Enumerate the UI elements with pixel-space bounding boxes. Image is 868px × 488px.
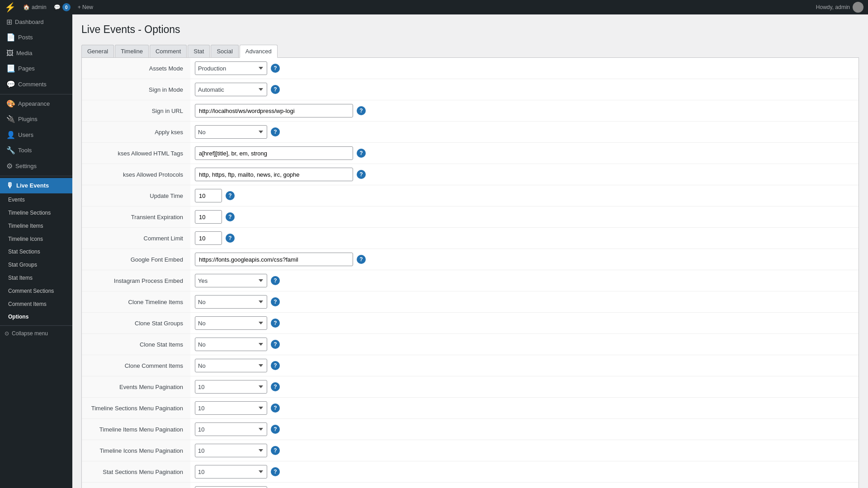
posts-icon: 📄 bbox=[6, 33, 15, 42]
help-icon-clone-timeline-items[interactable]: ? bbox=[271, 297, 280, 306]
select-sign-in-mode[interactable]: AutomaticManual bbox=[195, 83, 267, 96]
wp-logo[interactable]: ⚡ bbox=[5, 2, 16, 13]
form-row-apply-kses: Apply ksesNoYes? bbox=[82, 122, 859, 143]
select-timeline-icons-menu-pagination[interactable]: 102050 bbox=[195, 444, 267, 457]
form-label-clone-comment-items: Clone Comment Items bbox=[82, 355, 190, 376]
sidebar-item-pages[interactable]: 📃 Pages bbox=[0, 61, 72, 76]
sidebar-item-settings[interactable]: ⚙ Settings bbox=[0, 159, 72, 174]
input-transient-expiration[interactable] bbox=[195, 210, 222, 224]
tab-social[interactable]: Social bbox=[211, 45, 238, 57]
help-icon-kses-allowed-protocols[interactable]: ? bbox=[357, 170, 366, 179]
sidebar-item-comment-items[interactable]: Comment Items bbox=[0, 298, 72, 311]
help-icon-stat-sections-menu-pagination[interactable]: ? bbox=[271, 467, 280, 476]
form-label-kses-allowed-protocols: kses Allowed Protocols bbox=[82, 164, 190, 185]
form-control-clone-comment-items: NoYes? bbox=[190, 355, 859, 376]
select-stat-sections-menu-pagination[interactable]: 102050 bbox=[195, 465, 267, 479]
sidebar-item-appearance[interactable]: 🎨 Appearance bbox=[0, 96, 72, 112]
help-icon-update-time[interactable]: ? bbox=[226, 191, 235, 200]
form-control-events-menu-pagination: 102050? bbox=[190, 376, 859, 398]
sidebar-item-timeline-icons[interactable]: Timeline Icons bbox=[0, 233, 72, 246]
form-label-instagram-process-embed: Instagram Process Embed bbox=[82, 270, 190, 291]
help-icon-comment-limit[interactable]: ? bbox=[226, 234, 235, 243]
help-icon-timeline-icons-menu-pagination[interactable]: ? bbox=[271, 446, 280, 455]
help-icon-clone-comment-items[interactable]: ? bbox=[271, 361, 280, 370]
sidebar-item-stat-groups[interactable]: Stat Groups bbox=[0, 258, 72, 272]
form-row-stat-sections-menu-pagination: Stat Sections Menu Pagination102050? bbox=[82, 461, 859, 483]
help-icon-google-font-embed[interactable]: ? bbox=[357, 255, 366, 264]
help-icon-timeline-sections-menu-pagination[interactable]: ? bbox=[271, 404, 280, 413]
input-google-font-embed[interactable] bbox=[195, 253, 353, 266]
form-label-stat-sections-menu-pagination: Stat Sections Menu Pagination bbox=[82, 461, 190, 483]
select-clone-comment-items[interactable]: NoYes bbox=[195, 359, 267, 372]
form-label-timeline-icons-menu-pagination: Timeline Icons Menu Pagination bbox=[82, 440, 190, 461]
tab-advanced[interactable]: Advanced bbox=[240, 45, 278, 58]
tab-stat[interactable]: Stat bbox=[188, 45, 210, 57]
select-clone-stat-items[interactable]: NoYes bbox=[195, 338, 267, 351]
input-comment-limit[interactable] bbox=[195, 231, 222, 245]
tab-timeline[interactable]: Timeline bbox=[115, 45, 149, 57]
sidebar-item-plugins[interactable]: 🔌 Plugins bbox=[0, 112, 72, 127]
form-control-instagram-process-embed: YesNo? bbox=[190, 270, 859, 291]
input-sign-in-url[interactable] bbox=[195, 104, 353, 117]
form-label-google-font-embed: Google Font Embed bbox=[82, 249, 190, 270]
select-stat-groups-menu-pagination[interactable]: 102050 bbox=[195, 486, 267, 488]
help-icon-sign-in-mode[interactable]: ? bbox=[271, 85, 280, 94]
help-icon-events-menu-pagination[interactable]: ? bbox=[271, 382, 280, 391]
help-icon-kses-allowed-html[interactable]: ? bbox=[357, 149, 366, 158]
sidebar-item-options[interactable]: Options bbox=[0, 310, 72, 324]
form-row-kses-allowed-protocols: kses Allowed Protocols? bbox=[82, 164, 859, 185]
live-events-icon: 🎙 bbox=[6, 181, 14, 191]
input-update-time[interactable] bbox=[195, 189, 222, 202]
sidebar-item-users[interactable]: 👤 Users bbox=[0, 127, 72, 143]
select-apply-kses[interactable]: NoYes bbox=[195, 125, 267, 139]
sidebar-item-dashboard[interactable]: ⊞ Dashboard bbox=[0, 14, 72, 30]
sidebar-item-tools[interactable]: 🔧 Tools bbox=[0, 143, 72, 158]
site-name[interactable]: 🏠 admin bbox=[23, 4, 47, 10]
select-clone-timeline-items[interactable]: NoYes bbox=[195, 295, 267, 309]
input-kses-allowed-protocols[interactable] bbox=[195, 168, 353, 181]
sidebar-item-live-events[interactable]: 🎙 Live Events bbox=[0, 178, 72, 193]
sidebar-item-posts[interactable]: 📄 Posts bbox=[0, 30, 72, 45]
help-icon-instagram-process-embed[interactable]: ? bbox=[271, 276, 280, 285]
avatar[interactable] bbox=[853, 2, 863, 13]
form-row-sign-in-url: Sign in URL? bbox=[82, 100, 859, 122]
help-icon-clone-stat-groups[interactable]: ? bbox=[271, 319, 280, 328]
input-kses-allowed-html[interactable] bbox=[195, 146, 353, 160]
form-control-sign-in-url: ? bbox=[190, 100, 859, 122]
comments-count[interactable]: 💬 0 bbox=[54, 3, 71, 11]
select-assets-mode[interactable]: ProductionDevelopment bbox=[195, 61, 267, 75]
form-label-update-time: Update Time bbox=[82, 185, 190, 206]
form-row-timeline-items-menu-pagination: Timeline Items Menu Pagination102050? bbox=[82, 419, 859, 440]
form-control-stat-sections-menu-pagination: 102050? bbox=[190, 461, 859, 483]
comments-icon: 💬 bbox=[6, 80, 15, 89]
sidebar-item-events[interactable]: Events bbox=[0, 193, 72, 206]
select-instagram-process-embed[interactable]: YesNo bbox=[195, 274, 267, 287]
help-icon-timeline-items-menu-pagination[interactable]: ? bbox=[271, 425, 280, 434]
sidebar-item-media[interactable]: 🖼 Media bbox=[0, 46, 72, 61]
help-icon-transient-expiration[interactable]: ? bbox=[226, 212, 235, 221]
select-timeline-sections-menu-pagination[interactable]: 102050 bbox=[195, 401, 267, 415]
new-content-button[interactable]: + New bbox=[78, 4, 93, 10]
sidebar-item-stat-items[interactable]: Stat Items bbox=[0, 272, 72, 285]
select-timeline-items-menu-pagination[interactable]: 102050 bbox=[195, 422, 267, 436]
sidebar-item-timeline-items[interactable]: Timeline Items bbox=[0, 220, 72, 233]
select-events-menu-pagination[interactable]: 102050 bbox=[195, 380, 267, 394]
sidebar-item-timeline-sections[interactable]: Timeline Sections bbox=[0, 206, 72, 220]
form-control-clone-stat-items: NoYes? bbox=[190, 334, 859, 355]
help-icon-apply-kses[interactable]: ? bbox=[271, 127, 280, 136]
user-info: Howdy, admin bbox=[816, 2, 863, 13]
help-icon-clone-stat-items[interactable]: ? bbox=[271, 340, 280, 349]
help-icon-assets-mode[interactable]: ? bbox=[271, 64, 280, 73]
home-icon: 🏠 bbox=[23, 4, 30, 10]
form-row-comment-limit: Comment Limit? bbox=[82, 228, 859, 249]
sidebar-item-comments[interactable]: 💬 Comments bbox=[0, 77, 72, 92]
form-label-clone-stat-items: Clone Stat Items bbox=[82, 334, 190, 355]
settings-icon: ⚙ bbox=[6, 161, 13, 171]
tab-general[interactable]: General bbox=[81, 45, 114, 57]
select-clone-stat-groups[interactable]: NoYes bbox=[195, 316, 267, 330]
help-icon-sign-in-url[interactable]: ? bbox=[357, 106, 366, 115]
sidebar-item-stat-sections[interactable]: Stat Sections bbox=[0, 245, 72, 258]
collapse-menu-button[interactable]: ⊙ Collapse menu bbox=[0, 328, 72, 339]
sidebar-item-comment-sections[interactable]: Comment Sections bbox=[0, 285, 72, 298]
tab-comment[interactable]: Comment bbox=[150, 45, 187, 57]
